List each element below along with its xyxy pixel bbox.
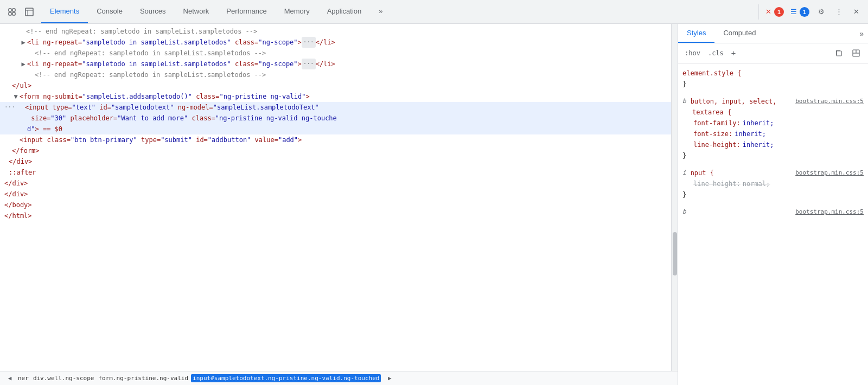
html-line: </form> xyxy=(0,145,678,156)
html-line: </html> xyxy=(0,210,678,221)
css-source-link-3[interactable]: bootstrap.min.css:5 xyxy=(795,207,864,217)
html-line: ▼ <form ng-submit="sampleList.addsamplet… xyxy=(0,91,678,102)
css-rules[interactable]: element.style { } b button, input, selec… xyxy=(678,63,868,385)
styles-icons xyxy=(831,46,864,61)
tab-bar: Elements Console Sources Network Perform… xyxy=(41,0,758,23)
svg-rect-4 xyxy=(25,8,33,16)
hov-filter[interactable]: :hov xyxy=(682,48,703,58)
cursor-icon[interactable] xyxy=(4,4,20,20)
message-icon: ☰ xyxy=(790,8,797,16)
html-line: <!-- end ngRepeat: sampletodo in sampleL… xyxy=(0,48,678,59)
html-line: <!-- end ngRepeat: sampletodo in sampleL… xyxy=(0,26,678,37)
toolbar-left-icons xyxy=(0,4,41,20)
breadcrumb-next[interactable]: ▶ xyxy=(384,373,395,384)
svg-rect-7 xyxy=(837,51,841,56)
html-line: <input class="btn btn-primary" type="sub… xyxy=(0,134,678,145)
error-badge-button[interactable]: ✕ 1 xyxy=(763,4,786,20)
cls-filter[interactable]: .cls xyxy=(706,48,726,58)
panel-tabs: Styles Computed » xyxy=(678,24,868,43)
chevron-right-icon: ▶ xyxy=(388,375,392,382)
tab-network[interactable]: Network xyxy=(175,0,218,23)
toolbar-right: ✕ 1 ☰ 1 ⚙ ⋮ ✕ xyxy=(758,4,868,20)
styles-panel: Styles Computed » :hov .cls + xyxy=(678,24,868,385)
styles-filter: :hov .cls + xyxy=(682,48,738,59)
breadcrumb-prev[interactable]: ◀ xyxy=(4,373,15,384)
settings-icon[interactable]: ⚙ xyxy=(814,4,829,20)
html-line-selected: ··· <input type="text" id="sampletodotex… xyxy=(0,102,678,113)
html-line: </div> xyxy=(0,178,678,189)
scroll-thumb[interactable] xyxy=(673,232,677,275)
tab-application[interactable]: Application xyxy=(318,0,371,23)
html-line: </body> xyxy=(0,200,678,210)
message-count: 1 xyxy=(800,7,809,17)
tab-more[interactable]: » xyxy=(370,0,391,23)
svg-rect-2 xyxy=(9,12,11,15)
breadcrumb-item-input[interactable]: input#sampletodotext.ng-pristine.ng-vali… xyxy=(191,374,381,382)
tab-computed[interactable]: Computed xyxy=(714,24,764,43)
html-line-selected-3: d" > == $0 xyxy=(0,124,678,134)
main-content: <!-- end ngRepeat: sampletodo in sampleL… xyxy=(0,24,868,385)
styles-toolbar: :hov .cls + xyxy=(678,43,868,63)
html-line: ▶ <li ng-repeat="sampletodo in sampleLis… xyxy=(0,37,678,48)
tab-styles[interactable]: Styles xyxy=(678,24,714,43)
ellipsis[interactable]: ··· xyxy=(302,59,316,69)
devtools-toolbar: Elements Console Sources Network Perform… xyxy=(0,0,868,24)
ellipsis[interactable]: ··· xyxy=(302,37,316,48)
html-panel: <!-- end ngRepeat: sampletodo in sampleL… xyxy=(0,24,678,385)
style-copy-icon[interactable] xyxy=(831,46,846,61)
css-source-link[interactable]: bootstrap.min.css:5 xyxy=(795,96,864,107)
layout-icon[interactable] xyxy=(848,46,864,61)
inspect-icon[interactable] xyxy=(22,4,37,20)
message-badge-button[interactable]: ☰ 1 xyxy=(788,4,812,20)
css-rule-bootstrap-input: i nput { bootstrap.min.css:5 line-height… xyxy=(682,168,864,200)
tab-elements[interactable]: Elements xyxy=(41,0,88,23)
breadcrumb-item-divwell[interactable]: div.well.ng-scope xyxy=(31,374,96,382)
css-rule-bootstrap-3: b bootstrap.min.css:5 xyxy=(682,207,864,217)
close-icon[interactable]: ✕ xyxy=(848,4,864,20)
html-line: </div> xyxy=(0,189,678,200)
scrollbar[interactable] xyxy=(671,24,678,371)
error-count: 1 xyxy=(774,7,784,17)
chevron-right-icon: » xyxy=(859,29,864,38)
html-line: </ul> xyxy=(0,80,678,91)
tab-console[interactable]: Console xyxy=(88,0,131,23)
panel-tab-more[interactable]: » xyxy=(855,24,868,43)
more-options-icon[interactable]: ⋮ xyxy=(831,4,846,20)
breadcrumb-item-form[interactable]: form.ng-pristine.ng-valid xyxy=(97,374,190,382)
svg-rect-3 xyxy=(12,12,15,15)
html-line: ▶ <li ng-repeat="sampletodo in sampleLis… xyxy=(0,59,678,69)
css-source-link-2[interactable]: bootstrap.min.css:5 xyxy=(795,168,864,178)
html-line: <!-- end ngRepeat: sampletodo in sampleL… xyxy=(0,69,678,80)
svg-rect-1 xyxy=(12,9,15,11)
svg-rect-0 xyxy=(9,9,11,11)
chevron-left-icon: ◀ xyxy=(8,375,12,382)
tab-memory[interactable]: Memory xyxy=(276,0,318,23)
dots-icon[interactable]: ··· xyxy=(4,102,15,113)
html-line-selected-2: size="30" placeholder="Want to add more"… xyxy=(0,113,678,124)
breadcrumb-item-ner[interactable]: ner xyxy=(16,374,30,382)
html-line: </div> xyxy=(0,156,678,167)
expand-arrow[interactable]: ▼ xyxy=(12,91,20,102)
tab-performance[interactable]: Performance xyxy=(218,0,275,23)
breadcrumb-bar: ◀ ner div.well.ng-scope form.ng-pristine… xyxy=(0,371,678,385)
expand-arrow[interactable]: ▶ xyxy=(20,37,27,48)
html-line: ::after xyxy=(0,167,678,178)
css-rule-bootstrap-1: b button, input, select, bootstrap.min.c… xyxy=(682,96,864,161)
css-rule-element-style: element.style { } xyxy=(682,68,864,89)
tab-sources[interactable]: Sources xyxy=(131,0,175,23)
expand-arrow[interactable]: ▶ xyxy=(20,59,27,69)
html-content[interactable]: <!-- end ngRepeat: sampletodo in sampleL… xyxy=(0,24,678,371)
error-icon: ✕ xyxy=(765,8,771,16)
add-style-icon[interactable]: + xyxy=(729,48,738,59)
